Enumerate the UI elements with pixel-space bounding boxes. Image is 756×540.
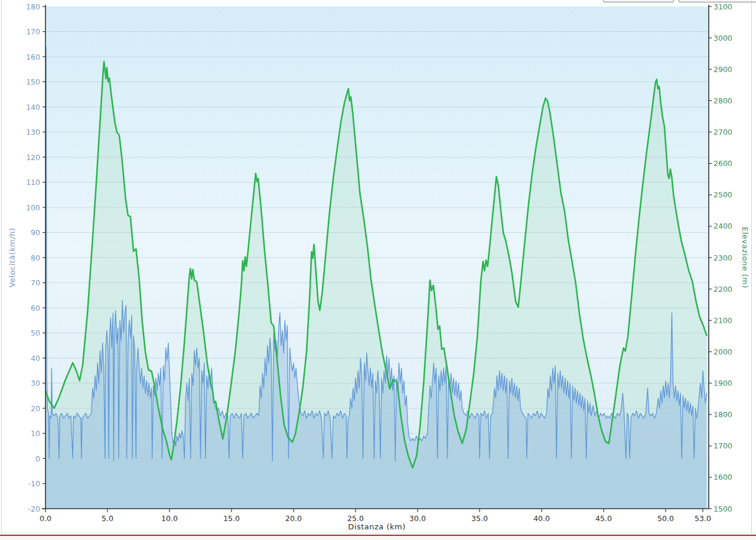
y-right-tick-label: 1600 — [713, 473, 732, 482]
y-right-tick-label: 3100 — [713, 2, 732, 11]
y-right-tick-label: 1500 — [713, 505, 732, 513]
y-right-tick-label: 2000 — [713, 347, 732, 356]
x-tick-label: 35.0 — [471, 514, 488, 523]
y-left-tick-label: 140 — [26, 103, 40, 112]
y-left-tick-label: 50 — [31, 328, 40, 337]
x-tick-label: 45.0 — [595, 514, 612, 523]
y-axis-right-title: Elevazione (m) — [741, 227, 750, 288]
y-right-tick-label: 2400 — [713, 222, 732, 230]
y-left-tick-label: 60 — [31, 304, 40, 313]
x-tick-label: 10.0 — [161, 514, 178, 523]
y-left-tick-label: 20 — [31, 404, 40, 413]
window-right-border — [751, 0, 752, 533]
y-left-tick-label: -20 — [28, 505, 40, 513]
y-right-tick-label: 1700 — [713, 441, 732, 450]
y-left-tick-label: -10 — [28, 479, 40, 488]
y-left-tick-label: 100 — [26, 203, 40, 212]
y-right-tick-label: 2300 — [713, 253, 732, 262]
y-right-tick-label: 2900 — [713, 65, 732, 74]
y-right-tick-label: 2200 — [713, 285, 732, 294]
y-right-tick-label: 2700 — [713, 128, 732, 136]
y-left-tick-label: 170 — [26, 27, 40, 36]
y-left-tick-label: 160 — [26, 53, 40, 61]
y-left-tick-label: 40 — [31, 354, 40, 363]
y-left-tick-label: 110 — [26, 178, 40, 187]
y-right-tick-label: 2600 — [713, 159, 732, 168]
chart-canvas: 1801701601501401301201101009080706050403… — [0, 0, 756, 540]
chart-page: 1801701601501401301201101009080706050403… — [0, 0, 756, 540]
x-axis-title: Distanza (km) — [348, 522, 405, 531]
x-tick-label: 50.0 — [657, 514, 674, 523]
y-left-tick-label: 30 — [31, 379, 40, 388]
y-left-tick-label: 70 — [31, 278, 40, 287]
y-right-tick-label: 3000 — [713, 34, 732, 43]
y-right-tick-label: 1900 — [713, 379, 732, 388]
x-tick-label: 15.0 — [223, 514, 240, 523]
y-left-tick-label: 0 — [35, 454, 40, 463]
y-left-tick-label: 150 — [26, 77, 40, 86]
y-left-tick-label: 80 — [31, 253, 40, 262]
y-left-tick-label: 120 — [26, 153, 40, 162]
y-right-tick-label: 1800 — [713, 410, 732, 419]
x-tick-label: 53.0 — [695, 514, 711, 523]
y-axis-left-title: Velocità(km/h) — [8, 227, 17, 287]
bottom-hairline — [0, 533, 756, 534]
x-tick-label: 20.0 — [285, 514, 302, 523]
y-right-tick-label: 2800 — [713, 96, 732, 105]
y-left-tick-label: 10 — [31, 429, 40, 438]
bottom-pale-strip — [0, 536, 756, 540]
y-left-tick-label: 130 — [26, 128, 40, 136]
x-tick-label: 40.0 — [533, 514, 550, 523]
y-left-tick-label: 180 — [26, 2, 40, 11]
x-tick-label: 30.0 — [409, 514, 426, 523]
x-tick-label: 5.0 — [102, 514, 113, 523]
window-left-border — [1, 0, 2, 533]
y-right-tick-label: 2500 — [713, 190, 732, 199]
y-right-tick-label: 2100 — [713, 316, 732, 325]
x-tick-label: 25.0 — [347, 514, 364, 523]
y-left-tick-label: 90 — [31, 228, 40, 237]
x-tick-label: 0.0 — [40, 514, 51, 523]
